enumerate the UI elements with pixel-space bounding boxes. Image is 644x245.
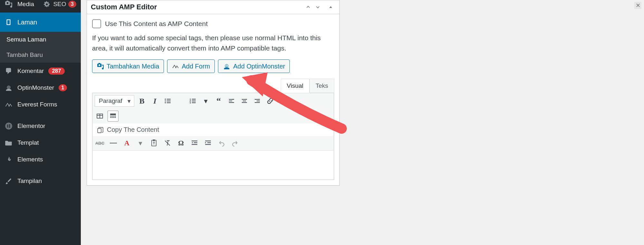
svg-point-6 xyxy=(225,64,229,68)
svg-rect-34 xyxy=(110,116,111,116)
align-right-button[interactable] xyxy=(252,96,262,106)
collapse-icon[interactable] xyxy=(326,4,336,10)
redo-button[interactable] xyxy=(230,138,240,148)
brush-icon xyxy=(5,177,13,185)
svg-point-9 xyxy=(165,99,166,100)
sidebar-item-label: Tampilan xyxy=(17,177,42,185)
use-amp-content-label[interactable]: Use This Content as AMP Content xyxy=(105,20,208,28)
svg-rect-25 xyxy=(243,101,246,101)
sidebar-item-label: Elements xyxy=(17,156,43,163)
svg-text:3: 3 xyxy=(190,102,191,104)
align-center-button[interactable] xyxy=(239,96,250,106)
sidebar-item-komentar[interactable]: Komentar 287 xyxy=(0,63,81,79)
toolbar-toggle-button[interactable] xyxy=(108,111,118,122)
svg-rect-43 xyxy=(110,143,117,143)
undo-button[interactable] xyxy=(216,138,227,148)
svg-rect-4 xyxy=(9,126,10,126)
folder-icon xyxy=(5,139,13,147)
svg-rect-12 xyxy=(167,101,171,101)
sidebar-item-everest[interactable]: Everest Forms xyxy=(0,96,81,113)
bullet-list-button[interactable] xyxy=(163,96,173,106)
sidebar-item-tampilan[interactable]: Tampilan xyxy=(0,173,81,189)
sidebar-item-elements[interactable]: Elements xyxy=(0,151,81,168)
format-select[interactable]: Paragraf xyxy=(95,95,134,107)
svg-rect-21 xyxy=(229,99,234,100)
use-amp-content-checkbox[interactable] xyxy=(92,19,101,28)
svg-rect-48 xyxy=(194,142,197,143)
sidebar-item-media[interactable]: Media SEO 3 xyxy=(0,0,81,13)
bold-button[interactable]: B xyxy=(137,96,147,106)
svg-rect-36 xyxy=(113,116,114,116)
move-down-icon[interactable] xyxy=(313,4,323,10)
sidebar-item-label: Elementor xyxy=(17,122,45,130)
copy-content-button[interactable]: Copy The Content xyxy=(92,123,334,136)
text-color-button[interactable]: A xyxy=(122,138,132,148)
svg-rect-16 xyxy=(192,99,196,99)
amp-editor-panel: Custom AMP Editor Use This Content as AM… xyxy=(87,0,340,186)
sidebar-item-laman[interactable]: Laman xyxy=(0,13,81,32)
hr-button[interactable] xyxy=(108,138,118,148)
svg-point-13 xyxy=(165,102,166,103)
sidebar-sub-tambah-baru[interactable]: Tambah Baru xyxy=(0,47,81,63)
blockquote-button[interactable]: “ xyxy=(213,96,224,106)
link-button[interactable] xyxy=(265,96,275,106)
svg-rect-5 xyxy=(9,127,10,127)
add-media-button[interactable]: Tambahkan Media xyxy=(92,59,164,73)
media-icon xyxy=(5,0,13,8)
sidebar-item-label: Everest Forms xyxy=(17,101,57,108)
tab-text[interactable]: Teks xyxy=(309,79,334,93)
svg-rect-29 xyxy=(255,102,260,103)
dropdown-icon[interactable]: ▾ xyxy=(201,96,211,106)
svg-rect-39 xyxy=(112,117,113,118)
svg-rect-52 xyxy=(205,144,211,145)
elementor-icon xyxy=(5,122,13,130)
svg-rect-38 xyxy=(110,117,111,118)
clear-formatting-button[interactable] xyxy=(162,138,173,148)
gear-icon xyxy=(43,0,51,8)
sidebar-item-label: Komentar xyxy=(17,68,44,75)
sidebar-item-elementor[interactable]: Elementor xyxy=(0,118,81,134)
strikethrough-button[interactable]: ABC xyxy=(95,138,105,148)
svg-rect-37 xyxy=(114,116,116,116)
italic-button[interactable]: I xyxy=(150,96,160,106)
svg-rect-51 xyxy=(207,142,211,143)
close-icon[interactable]: ✕ xyxy=(634,2,641,9)
svg-rect-10 xyxy=(167,99,171,99)
sidebar-sub-semua-laman[interactable]: Semua Laman xyxy=(0,32,81,47)
svg-text:T: T xyxy=(153,141,155,145)
svg-point-7 xyxy=(226,65,226,66)
tinymce-editor: Paragraf B I 123 ▾ “ xyxy=(92,93,334,180)
forms-icon xyxy=(5,100,13,109)
button-label: Add OptinMonster xyxy=(233,63,285,70)
table-button[interactable] xyxy=(95,111,105,121)
outdent-button[interactable] xyxy=(189,138,200,148)
tab-visual[interactable]: Visual xyxy=(281,79,309,93)
svg-rect-23 xyxy=(229,102,234,103)
svg-rect-42 xyxy=(98,128,101,132)
special-char-button[interactable]: Ω xyxy=(176,138,186,148)
svg-rect-40 xyxy=(113,117,114,118)
svg-rect-3 xyxy=(9,124,10,125)
svg-point-8 xyxy=(227,65,228,66)
indent-button[interactable] xyxy=(203,138,213,148)
align-left-button[interactable] xyxy=(226,96,237,106)
panel-header: Custom AMP Editor xyxy=(87,0,339,14)
svg-rect-24 xyxy=(242,99,247,100)
dropdown-icon[interactable]: ▾ xyxy=(135,138,146,148)
add-optinmonster-button[interactable]: Add OptinMonster xyxy=(218,59,290,73)
button-label: Add Form xyxy=(182,63,210,70)
svg-rect-41 xyxy=(114,117,116,118)
sidebar-item-optinmonster[interactable]: OptinMonster 1 xyxy=(0,79,81,96)
move-up-icon[interactable] xyxy=(303,4,313,10)
add-form-button[interactable]: Add Form xyxy=(167,59,215,73)
paste-text-button[interactable]: T xyxy=(149,138,159,148)
svg-rect-28 xyxy=(257,101,260,101)
svg-point-11 xyxy=(165,100,166,101)
editor-canvas[interactable] xyxy=(92,150,334,180)
sidebar-item-templat[interactable]: Templat xyxy=(0,134,81,151)
amp-description: If you want to add some special tags, th… xyxy=(92,33,334,53)
seo-badge: 3 xyxy=(68,1,76,8)
svg-rect-49 xyxy=(192,144,197,145)
sidebar-item-label: Media xyxy=(17,1,34,8)
numbered-list-button[interactable]: 123 xyxy=(188,96,198,106)
